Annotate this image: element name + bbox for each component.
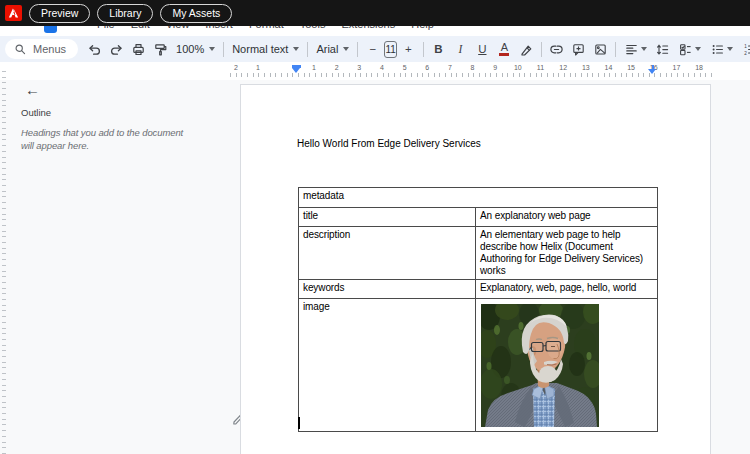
numbered-list-button[interactable]: 12 — [738, 42, 750, 57]
ruler-number: 4 — [380, 64, 384, 71]
increase-font-size-button[interactable]: + — [398, 39, 419, 60]
decrease-font-size-button[interactable]: − — [362, 39, 383, 60]
chevron-down-icon — [727, 47, 733, 51]
highlighter-icon — [519, 42, 534, 57]
ruler-number: 18 — [695, 64, 703, 71]
table-row: title An explanatory web page — [299, 208, 658, 227]
table-cell-image[interactable] — [476, 299, 658, 432]
docs-toolbar: Menus 100% Normal text Arial − 11 — [0, 36, 750, 62]
paragraph-style-select[interactable]: Normal text — [228, 43, 303, 55]
checklist-button[interactable] — [674, 42, 705, 57]
menu-insert[interactable]: Insert — [205, 26, 233, 30]
table-row: metadata — [299, 188, 658, 208]
zoom-select[interactable]: 100% — [172, 43, 219, 55]
table-cell-header[interactable]: metadata — [299, 188, 658, 208]
ruler-number: 2 — [234, 64, 238, 71]
bold-button[interactable]: B — [428, 39, 449, 60]
menu-view[interactable]: View — [166, 26, 190, 30]
ruler-number: 10 — [514, 64, 522, 71]
table-cell-key[interactable]: title — [299, 208, 476, 227]
paint-roller-icon — [153, 42, 168, 57]
bulleted-list-button[interactable] — [706, 42, 737, 57]
docs-icon[interactable] — [44, 26, 57, 33]
sidekick-topbar: Preview Library My Assets — [0, 0, 750, 26]
table-cell-value[interactable]: An elementary web page to help describe … — [476, 227, 658, 280]
toolbar-separator — [615, 42, 616, 57]
table-row: keywords Explanatory, web, page, hello, … — [299, 280, 658, 299]
table-cell-key[interactable]: keywords — [299, 280, 476, 299]
font-family-select[interactable]: Arial — [312, 43, 353, 55]
menu-edit[interactable]: Edit — [131, 26, 150, 30]
print-icon — [131, 42, 146, 57]
portrait-image[interactable] — [481, 304, 599, 427]
menu-format[interactable]: Format — [249, 26, 284, 30]
line-spacing-icon — [655, 42, 670, 57]
chevron-down-icon — [641, 47, 647, 51]
menu-help[interactable]: Help — [411, 26, 434, 30]
add-comment-button[interactable] — [568, 39, 589, 60]
text-color-button[interactable]: A — [494, 39, 515, 60]
table-cell-key[interactable]: image — [299, 299, 476, 432]
menus-search[interactable]: Menus — [5, 39, 78, 59]
menu-bar-clipped: FileEditViewInsertFormatToolsExtensionsH… — [0, 26, 750, 36]
insert-link-button[interactable] — [546, 39, 567, 60]
ruler-number: 6 — [425, 64, 429, 71]
menu-items: FileEditViewInsertFormatToolsExtensionsH… — [97, 26, 434, 30]
toolbar-separator — [307, 42, 308, 57]
ruler-number: 12 — [559, 64, 567, 71]
toolbar-separator — [223, 42, 224, 57]
outline-title: Outline — [21, 107, 51, 118]
print-button[interactable] — [128, 39, 149, 60]
vertical-ruler — [2, 66, 6, 454]
chevron-down-icon — [343, 47, 349, 51]
checklist-icon — [678, 42, 693, 57]
bulleted-list-icon — [710, 42, 725, 57]
table-row: image — [299, 299, 658, 432]
right-indent-marker[interactable] — [648, 65, 657, 74]
menu-tools[interactable]: Tools — [300, 26, 326, 30]
ruler-number: 8 — [471, 64, 475, 71]
document-heading[interactable]: Hello World From Edge Delivery Services — [297, 138, 481, 149]
line-spacing-button[interactable] — [652, 39, 673, 60]
ruler-number: 7 — [448, 64, 452, 71]
menu-file[interactable]: File — [97, 26, 115, 30]
toolbar-separator — [423, 42, 424, 57]
chevron-down-icon — [293, 47, 299, 51]
chevron-down-icon — [695, 47, 701, 51]
back-arrow-button[interactable]: ← — [19, 80, 46, 99]
italic-button[interactable]: I — [450, 39, 471, 60]
ruler-number: 13 — [582, 64, 590, 71]
image-icon — [593, 42, 608, 57]
highlight-color-button[interactable] — [516, 39, 537, 60]
document-page[interactable]: Hello World From Edge Delivery Services … — [240, 84, 711, 454]
text-cursor — [298, 417, 300, 429]
menu-extensions[interactable]: Extensions — [341, 26, 395, 30]
my-assets-button[interactable]: My Assets — [160, 4, 232, 23]
zoom-value: 100% — [176, 43, 204, 55]
search-icon — [14, 43, 27, 56]
left-indent-marker[interactable] — [292, 65, 301, 73]
align-button[interactable] — [620, 42, 651, 57]
paint-format-button[interactable] — [150, 39, 171, 60]
insert-image-button[interactable] — [590, 39, 611, 60]
table-cell-value[interactable]: Explanatory, web, page, hello, world — [476, 280, 658, 299]
font-size-field[interactable]: 11 — [384, 41, 396, 58]
preview-button[interactable]: Preview — [29, 4, 90, 23]
svg-text:1: 1 — [744, 43, 747, 48]
table-cell-value[interactable]: An explanatory web page — [476, 208, 658, 227]
ruler-number: 15 — [627, 64, 635, 71]
ruler-number: 1 — [312, 64, 316, 71]
undo-icon — [87, 42, 102, 57]
table-cell-key[interactable]: description — [299, 227, 476, 280]
document-canvas: ← Outline Headings that you add to the d… — [0, 80, 750, 454]
undo-button[interactable] — [84, 39, 105, 60]
redo-button[interactable] — [106, 39, 127, 60]
paragraph-style-value: Normal text — [232, 43, 288, 55]
table-row: description An elementary web page to he… — [299, 227, 658, 280]
library-button[interactable]: Library — [97, 4, 153, 23]
adobe-logo-icon — [5, 5, 22, 21]
underline-button[interactable]: U — [472, 39, 493, 60]
chevron-down-icon — [209, 47, 215, 51]
ruler-number: 14 — [605, 64, 613, 71]
outline-hint: Headings that you add to the document wi… — [21, 126, 186, 152]
